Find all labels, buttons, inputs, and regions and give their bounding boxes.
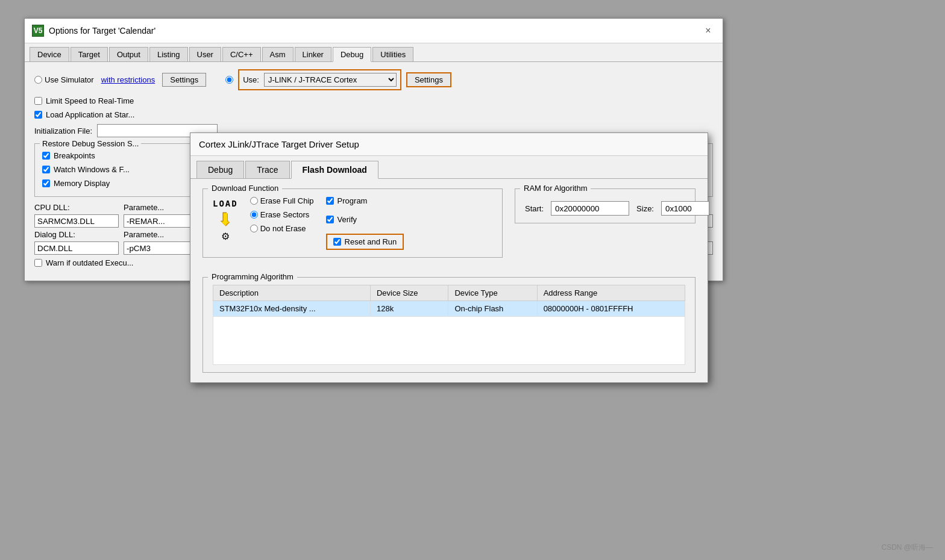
limit-speed-checkbox[interactable] (34, 97, 42, 105)
dialog-tab-trace[interactable]: Trace (245, 161, 289, 178)
watch-windows-checkbox[interactable] (42, 166, 50, 173)
restore-title: Restore Debug Session S... (40, 139, 141, 148)
do-not-erase-row: Do not Erase (250, 224, 314, 233)
table-row[interactable]: STM32F10x Med-density ... 128k On-chip F… (213, 301, 685, 317)
dialog-content: Download Function LOAD ⬇ ⚙ Erase (190, 179, 708, 382)
breakpoints-label: Breakpoints (54, 151, 95, 160)
use-label: Use: (243, 75, 259, 84)
warn-label: Warn if outdated Execu... (46, 258, 133, 267)
verify-row: Verify (326, 215, 404, 224)
row-device-type: On-chip Flash (448, 301, 537, 317)
dialog-window: Cortex JLink/JTrace Target Driver Setup … (190, 132, 708, 383)
ram-inner: Start: Size: (525, 201, 685, 216)
do-not-erase-radio[interactable] (250, 225, 258, 232)
settings-button-right[interactable]: Settings (406, 72, 451, 87)
init-file-label: Initialization File: (34, 126, 92, 135)
erase-full-chip-row: Erase Full Chip (250, 196, 314, 205)
ram-size-input[interactable] (661, 201, 709, 216)
dialog-title: Cortex JLink/JTrace Target Driver Setup (199, 139, 359, 149)
do-not-erase-label: Do not Erase (260, 224, 306, 233)
load-app-label: Load Application at Star... (46, 110, 134, 119)
algo-table: Description Device Size Device Type Addr… (213, 285, 685, 365)
close-button[interactable]: × (701, 23, 715, 38)
verify-checkbox[interactable] (326, 216, 334, 223)
use-simulator-radio-input[interactable] (34, 76, 42, 84)
tab-output[interactable]: Output (109, 47, 148, 61)
tab-debug[interactable]: Debug (333, 47, 371, 62)
row-address-range: 08000000H - 0801FFFFH (537, 301, 685, 317)
watermark: CSDN @听海— (881, 543, 933, 553)
load-text: LOAD (213, 199, 238, 208)
warn-checkbox[interactable] (34, 259, 42, 267)
load-app-row: Load Application at Star... (34, 110, 713, 119)
download-func-inner: LOAD ⬇ ⚙ Erase Full Chip (213, 196, 492, 250)
row-device-size: 128k (370, 301, 448, 317)
row-description: STM32F10x Med-density ... (213, 301, 371, 317)
verify-label: Verify (338, 215, 357, 224)
dialog-dll-input[interactable] (34, 241, 119, 255)
dialog-tab-bar: Debug Trace Flash Download (190, 156, 708, 179)
watch-windows-label: Watch Windows & F... (54, 165, 130, 174)
tab-cpp[interactable]: C/C++ (222, 47, 261, 61)
download-func-title: Download Function (208, 184, 282, 193)
download-func-col: Download Function LOAD ⬇ ⚙ Erase (202, 188, 503, 267)
download-func-group: Download Function LOAD ⬇ ⚙ Erase (202, 188, 503, 258)
app-icon: V5 (32, 25, 44, 37)
dialog-dll-label: Dialog DLL: (34, 230, 119, 239)
load-app-checkbox[interactable] (34, 111, 42, 119)
ram-algo-title: RAM for Algorithm (520, 184, 591, 193)
ram-algo-group: RAM for Algorithm Start: Size: (515, 188, 695, 223)
erase-sectors-row: Erase Sectors (250, 210, 314, 219)
reset-run-box: Reset and Run (326, 234, 404, 250)
use-radio-input[interactable] (225, 76, 233, 84)
use-select[interactable]: J-LINK / J-TRACE Cortex (264, 73, 397, 87)
erase-full-chip-radio[interactable] (250, 197, 258, 205)
debug-row-top: Use Simulator with restrictions Settings… (34, 69, 713, 90)
use-simulator-label: Use Simulator (45, 75, 94, 84)
ram-algo-col: RAM for Algorithm Start: Size: (515, 188, 695, 267)
dialog-tab-debug[interactable]: Debug (196, 161, 244, 178)
settings-button-left[interactable]: Settings (162, 73, 206, 87)
col-description: Description (213, 285, 371, 301)
col-address-range: Address Range (537, 285, 685, 301)
restrictions-link[interactable]: with restrictions (101, 75, 155, 84)
tab-user[interactable]: User (189, 47, 221, 61)
breakpoints-checkbox[interactable] (42, 152, 50, 160)
two-col-layout: Download Function LOAD ⬇ ⚙ Erase (202, 188, 695, 267)
memory-display-checkbox[interactable] (42, 179, 50, 187)
tab-asm[interactable]: Asm (262, 47, 294, 61)
tab-target[interactable]: Target (71, 47, 108, 61)
main-tab-bar: Device Target Output Listing User C/C++ … (25, 43, 723, 62)
cpu-dll-input[interactable] (34, 214, 119, 228)
prog-algo-title: Programming Algorithm (208, 272, 297, 281)
erase-full-chip-label: Erase Full Chip (260, 196, 314, 205)
erase-sectors-label: Erase Sectors (260, 210, 310, 219)
tab-linker[interactable]: Linker (295, 47, 331, 61)
prog-algo-group: Programming Algorithm Description Device… (202, 277, 695, 373)
erase-sectors-radio[interactable] (250, 211, 258, 219)
title-bar-left: V5 Options for Target 'Calendar' (32, 25, 155, 37)
limit-speed-label: Limit Speed to Real-Time (46, 96, 134, 105)
use-simulator-radio[interactable]: Use Simulator (34, 75, 94, 84)
window-title: Options for Target 'Calendar' (49, 26, 155, 36)
check-options: Program Verify Reset and Run (326, 196, 404, 250)
program-checkbox[interactable] (326, 197, 334, 205)
program-row: Program (326, 196, 404, 205)
load-gear-icon: ⚙ (221, 231, 230, 242)
reset-run-checkbox[interactable] (333, 238, 341, 246)
dialog-title-bar: Cortex JLink/JTrace Target Driver Setup (190, 133, 708, 156)
tab-device[interactable]: Device (30, 47, 69, 61)
load-arrow-icon: ⬇ (218, 210, 232, 229)
reset-run-label: Reset and Run (345, 237, 397, 246)
use-row: Use: J-LINK / J-TRACE Cortex (238, 69, 401, 90)
title-bar: V5 Options for Target 'Calendar' × (25, 19, 723, 43)
cpu-dll-label: CPU DLL: (34, 203, 119, 212)
tab-listing[interactable]: Listing (149, 47, 188, 61)
dialog-tab-flash-download[interactable]: Flash Download (291, 161, 378, 179)
ram-start-input[interactable] (551, 201, 629, 216)
load-icon: LOAD ⬇ ⚙ (213, 199, 238, 242)
ram-start-label: Start: (525, 204, 544, 213)
tab-utilities[interactable]: Utilities (372, 47, 413, 61)
col-device-size: Device Size (370, 285, 448, 301)
memory-display-label: Memory Display (54, 179, 110, 188)
